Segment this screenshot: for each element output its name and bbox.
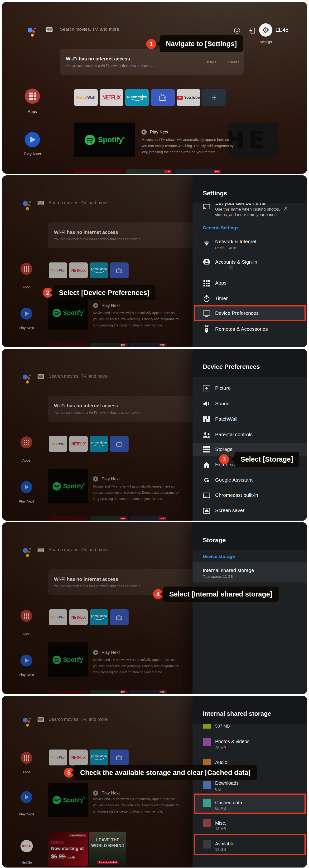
tile-add-app[interactable]: + [202, 89, 226, 106]
clock: 11:48 [275, 27, 288, 33]
cast-icon [203, 203, 210, 211]
sidebar-header: Internal shared storage [193, 696, 307, 724]
top-badge: TOP [214, 170, 220, 173]
sidebar-item-accounts[interactable]: Accounts & Sign In [215, 259, 257, 265]
device-name-card-desc: Use this name when casting photos, [215, 207, 280, 212]
play-next-rail-label: Play Next [17, 152, 47, 157]
tile-mi-tv[interactable] [151, 89, 175, 106]
tv-icon [159, 94, 167, 101]
internal-storage-sidebar: 507 MB Photos & videos 28 MB Audio 0 B D… [193, 696, 307, 868]
picture-icon [203, 384, 210, 392]
network-ssid: Redmi_BA16 [215, 246, 236, 250]
screen-saver-icon [203, 507, 210, 515]
sidebar-item-device-preferences[interactable]: Device Preferences [215, 310, 259, 316]
total-space-value: Total space: 12 GB [203, 575, 233, 579]
sidebar-item-screen-saver[interactable]: Screen saver [215, 507, 245, 513]
tile-spotify[interactable]: Spotify® [74, 123, 135, 157]
sidebar-item-home-screen[interactable]: Home screen [215, 462, 245, 468]
spotify-logo-icon [84, 134, 96, 146]
storage-item-cached-data[interactable]: Cached data [215, 800, 242, 805]
storage-item-audio[interactable]: Audio [215, 760, 227, 765]
wifi-dismiss-button[interactable]: Dismiss [227, 60, 239, 64]
general-settings-section: General Settings [203, 225, 239, 230]
storage-swatch-available [203, 840, 211, 848]
notifications-icon[interactable]: 1 [234, 28, 240, 34]
sidebar-title: Settings [203, 190, 227, 197]
step-5-screenshot: Search movies, TV, and more 1 ⚙ Settings… [2, 696, 307, 868]
apps-grid-icon [29, 93, 36, 100]
parental-controls-icon [203, 431, 210, 438]
apps-button[interactable] [25, 89, 40, 104]
storage-size: 28 MB [215, 746, 226, 750]
sound-icon [203, 400, 210, 408]
play-next-description: long-pressing the center button on your … [141, 150, 216, 154]
account-thumbnail-placeholder [229, 266, 233, 269]
google-assistant-g-icon: G [203, 476, 210, 484]
wifi-details-button[interactable]: Details [205, 60, 216, 64]
storage-icon [203, 446, 210, 453]
close-icon[interactable]: ✕ [283, 205, 288, 212]
step-2-screenshot: Search movies, TV, and more 1 ⚙ Settings… [2, 175, 307, 347]
sidebar-item-patchwall[interactable]: PatchWall [215, 416, 237, 422]
storage-swatch-misc [203, 819, 211, 827]
settings-button[interactable]: ⚙ [259, 23, 272, 37]
tile-partial[interactable]: TOP [175, 169, 221, 174]
home-screen: Search movies, TV, and more 1 ⚙ Settings… [2, 2, 307, 174]
tile-youtube[interactable]: YouTube [177, 89, 200, 106]
chromecast-icon [203, 492, 210, 499]
settings-button-label: Settings [255, 40, 276, 44]
sidebar-item-storage[interactable]: Storage [215, 446, 233, 452]
tile-background-media[interactable]: HE [229, 123, 278, 157]
tile-partial[interactable] [74, 169, 123, 174]
sidebar-item-parental-controls[interactable]: Parental controls [215, 432, 253, 437]
patchwall-logo: Patch [76, 95, 87, 100]
storage-item-downloads[interactable]: Downloads [215, 780, 239, 786]
sidebar-title: Storage [203, 536, 226, 544]
sidebar-item-google-assistant[interactable]: Google Assistant [215, 477, 253, 483]
device-storage-section: Device storage [203, 554, 235, 559]
youtube-logo: YouTube [184, 95, 200, 100]
storage-swatch-cached [203, 799, 211, 807]
sidebar-title: Device Preferences [203, 363, 260, 370]
storage-size: 18 MB [215, 827, 226, 831]
device-name-card-desc: videos, and more from your phone [215, 213, 277, 217]
sidebar-item-timer[interactable]: Timer [215, 296, 228, 301]
tile-netflix[interactable]: NETFLIX [100, 89, 123, 106]
tile-prime-video[interactable]: prime video [125, 89, 149, 106]
sidebar-item-network[interactable]: Network & Internet [215, 239, 256, 244]
sidebar-item-chromecast[interactable]: Chromecast built-in [215, 492, 258, 498]
sidebar-item-picture[interactable]: Picture [215, 385, 231, 391]
timer-icon [203, 295, 210, 303]
sidebar-item-apps[interactable]: Apps [215, 280, 227, 286]
sidebar-item-sound[interactable]: Sound [215, 401, 230, 406]
wifi-notification-title: Wi-Fi has no internet access [66, 56, 130, 62]
netflix-logo: NETFLIX [102, 94, 121, 101]
play-icon [30, 136, 36, 143]
prime-video-logo: prime video [127, 94, 147, 98]
keyboard-search-icon[interactable] [46, 27, 53, 32]
apps-label: Apps [17, 110, 47, 114]
sidebar-header: Device Preferences [193, 349, 307, 377]
tile-partial[interactable]: TOP [126, 169, 172, 174]
spotify-wordmark: Spotify® [98, 135, 125, 144]
top-badge: TOP [165, 170, 171, 173]
settings-sidebar: Set your device name Use this name when … [193, 175, 307, 347]
search-input[interactable]: Search movies, TV, and more [60, 27, 119, 32]
storage-swatch-downloads [203, 781, 211, 789]
inputs-icon[interactable] [249, 28, 255, 34]
youtube-play-icon [177, 96, 183, 100]
google-assistant-icon[interactable] [28, 26, 37, 37]
sidebar-header: Storage [193, 522, 307, 550]
gear-icon: ⚙ [262, 26, 269, 34]
storage-size: 507 MB [215, 724, 230, 729]
device-preferences-sidebar: Picture Sound PatchWall Parental control… [193, 349, 307, 521]
storage-item-misc[interactable]: Misc. [215, 820, 226, 826]
storage-item-photos-videos[interactable]: Photos & videos [215, 739, 249, 744]
play-next-button[interactable] [25, 132, 40, 147]
storage-item-available[interactable]: Available [215, 841, 234, 846]
tile-patchwall[interactable]: PatchWall [74, 89, 98, 106]
step-3-screenshot: Search movies, TV, and more 1 ⚙ Settings… [2, 349, 307, 521]
play-next-section-icon [141, 129, 147, 135]
sidebar-item-internal-shared-storage[interactable]: Internal shared storage [203, 567, 254, 573]
sidebar-item-remotes[interactable]: Remotes & Accessories [215, 326, 268, 332]
